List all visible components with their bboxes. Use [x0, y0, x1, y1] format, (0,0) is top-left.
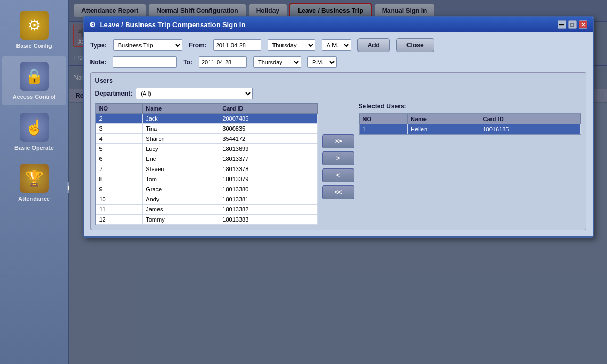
sidebar-item-basic-config-label: Basic Config — [16, 43, 52, 49]
table-row[interactable]: 5Lucy18013699 — [96, 144, 317, 154]
dialog-title: ⚙ Leave / Business Trip Compensation Sig… — [89, 21, 246, 29]
th-cardid: Card ID — [219, 104, 317, 114]
users-section: Users Department: (All) Sales HR IT — [90, 72, 586, 230]
selected-users-table: NO Name Card ID 1Hellen18016185 — [359, 114, 581, 134]
hand-icon: ☝ — [20, 113, 49, 142]
main-content: Attendance Report Normal Shift Configura… — [69, 0, 607, 364]
dialog-from-day-select[interactable]: Thursday — [268, 39, 315, 51]
dialog-to-day-select[interactable]: Thursday — [253, 56, 301, 68]
selected-users-label: Selected Users: — [359, 103, 581, 110]
table-row[interactable]: 4Sharon3544172 — [96, 134, 317, 144]
sel-th-cardid: Card ID — [479, 114, 580, 124]
dialog-form-row-1: Type: Business Trip Leave Compensation F… — [90, 38, 586, 52]
dialog-title-icon: ⚙ — [89, 21, 96, 29]
gear-icon: ⚙ — [20, 11, 49, 40]
minimize-btn[interactable]: — — [558, 20, 566, 29]
table-row[interactable]: 11James18013382 — [96, 205, 317, 215]
transfer-right-btn[interactable]: > — [322, 151, 354, 165]
table-row[interactable]: 7Steven18013378 — [96, 164, 317, 174]
users-right-panel: Selected Users: NO Name Card ID — [359, 103, 581, 135]
leave-business-trip-dialog: ⚙ Leave / Business Trip Compensation Sig… — [83, 16, 594, 238]
dialog-from-label: From: — [189, 41, 207, 49]
sidebar-item-basic-operate-label: Basic Operate — [14, 145, 54, 151]
sidebar-item-basic-config[interactable]: ⚙ Basic Config — [2, 5, 66, 54]
table-row[interactable]: 8Tom18013379 — [96, 174, 317, 184]
table-row[interactable]: 9Grace18013380 — [96, 184, 317, 194]
table-row[interactable]: 6Eric18013377 — [96, 154, 317, 164]
users-layout: NO Name Card ID 2Jack208074853Tina300083… — [95, 103, 581, 225]
th-name: Name — [143, 104, 219, 114]
note-input[interactable] — [113, 56, 177, 68]
table-row[interactable]: 1Hellen18016185 — [359, 124, 580, 134]
dept-row: Department: (All) Sales HR IT — [95, 88, 581, 99]
maximize-btn[interactable]: □ — [568, 20, 577, 29]
dialog-to-label: To: — [183, 58, 193, 66]
table-row[interactable]: 2Jack20807485 — [96, 114, 317, 124]
attendance-icon: 🏆 — [20, 164, 49, 193]
dialog-close-btn[interactable]: Close — [396, 38, 434, 52]
sel-th-name: Name — [407, 114, 479, 124]
sidebar-item-attendance-label: Attendance — [18, 196, 50, 202]
sidebar-item-access-control[interactable]: 🔒 Access Control — [2, 56, 66, 105]
dialog-body: Type: Business Trip Leave Compensation F… — [84, 32, 593, 236]
users-list-scroll[interactable]: NO Name Card ID 2Jack208074853Tina300083… — [95, 103, 318, 225]
transfer-left-btn[interactable]: < — [322, 168, 354, 182]
table-row[interactable]: 10Andy18013381 — [96, 194, 317, 205]
dialog-titlebar: ⚙ Leave / Business Trip Compensation Sig… — [84, 17, 593, 32]
dialog-to-time-select[interactable]: P.M. A.M. — [307, 56, 337, 68]
table-row[interactable]: 3Tina3000835 — [96, 124, 317, 134]
transfer-all-left-btn[interactable]: << — [322, 185, 354, 199]
sel-th-no: NO — [359, 114, 407, 124]
selected-users-scroll[interactable]: NO Name Card ID 1Hellen18016185 — [359, 113, 581, 135]
dept-select[interactable]: (All) Sales HR IT — [136, 88, 253, 99]
close-dialog-btn[interactable]: ✕ — [579, 20, 587, 29]
dialog-from-date[interactable] — [213, 39, 261, 51]
transfer-buttons: >> > < << — [322, 103, 354, 199]
dialog-window-controls: — □ ✕ — [558, 20, 587, 29]
lock-icon: 🔒 — [20, 62, 49, 91]
sidebar-item-access-control-label: Access Control — [13, 94, 56, 100]
users-left-panel: NO Name Card ID 2Jack208074853Tina300083… — [95, 103, 318, 225]
transfer-all-right-btn[interactable]: >> — [322, 134, 354, 148]
dept-label: Department: — [95, 90, 133, 97]
sidebar: ⚙ Basic Config 🔒 Access Control ☝ Basic … — [0, 0, 69, 364]
table-row[interactable]: 12Tommy18013383 — [96, 215, 317, 225]
note-label: Note: — [90, 58, 107, 66]
dialog-overlay: ⚙ Leave / Business Trip Compensation Sig… — [69, 0, 607, 364]
dialog-to-date[interactable] — [199, 56, 247, 68]
type-label: Type: — [90, 41, 107, 49]
dialog-from-time-select[interactable]: A.M. P.M. — [322, 39, 351, 51]
dialog-title-text: Leave / Business Trip Compensation Sign … — [100, 21, 246, 29]
sidebar-item-attendance[interactable]: 🏆 Attendance — [2, 158, 66, 207]
users-table: NO Name Card ID 2Jack208074853Tina300083… — [96, 103, 318, 225]
sidebar-item-basic-operate[interactable]: ☝ Basic Operate — [2, 107, 66, 156]
users-section-title: Users — [95, 77, 581, 84]
th-no: NO — [96, 104, 143, 114]
dialog-form-row-2: Note: To: Thursday P.M. A.M. — [90, 56, 586, 68]
dialog-add-btn[interactable]: Add — [357, 38, 390, 52]
type-select[interactable]: Business Trip Leave Compensation — [113, 39, 182, 51]
